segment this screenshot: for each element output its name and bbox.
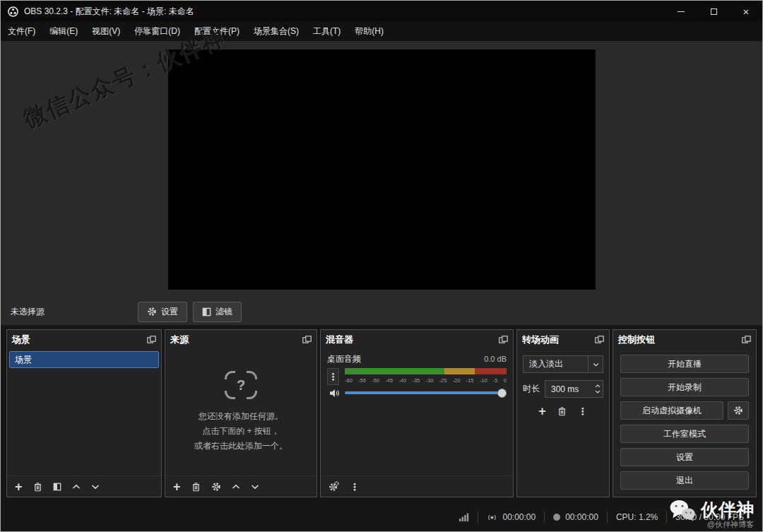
- dock-area: 场景 场景 +: [1, 325, 762, 503]
- popout-icon[interactable]: [499, 336, 508, 343]
- duration-spinbox[interactable]: 300 ms: [545, 380, 603, 398]
- transitions-dock-header[interactable]: 转场动画: [517, 330, 609, 349]
- record-timer: 00:00:00: [545, 512, 607, 522]
- meter-tick: -5: [493, 377, 498, 386]
- source-toolbar: 未选择源 设置 滤镜: [1, 298, 762, 325]
- scene-list-item[interactable]: 场景: [9, 351, 159, 368]
- studio-mode-button[interactable]: 工作室模式: [620, 425, 749, 443]
- sources-dock-title: 来源: [170, 333, 189, 346]
- transition-select[interactable]: 淡入淡出: [523, 355, 603, 373]
- gear-icon: [147, 307, 157, 317]
- scene-transitions-dock: 转场动画 淡入淡出 时长 30: [516, 329, 610, 497]
- filters-button[interactable]: 滤镜: [193, 302, 242, 322]
- move-scene-down-button[interactable]: [91, 484, 100, 490]
- move-scene-up-button[interactable]: [72, 484, 81, 490]
- close-icon: ×: [743, 6, 750, 18]
- trash-icon: [191, 482, 201, 492]
- chevron-down-icon[interactable]: [595, 390, 601, 394]
- remove-transition-button[interactable]: [557, 406, 567, 416]
- menu-help[interactable]: 帮助(H): [348, 22, 391, 41]
- channel-name: 桌面音频: [327, 353, 361, 365]
- filter-icon: [53, 483, 61, 491]
- menu-tools[interactable]: 工具(T): [306, 22, 348, 41]
- channel-options-button[interactable]: ⋮: [327, 368, 339, 385]
- menu-view[interactable]: 视图(V): [85, 22, 127, 41]
- filter-icon: [202, 307, 211, 317]
- add-transition-button[interactable]: +: [538, 406, 546, 416]
- dots-vertical-icon: ⋮: [350, 482, 360, 492]
- channel-level-db: 0.0 dB: [484, 355, 507, 363]
- settings-button[interactable]: 设置: [620, 448, 749, 466]
- volume-slider-handle[interactable]: [497, 389, 507, 398]
- remove-scene-button[interactable]: [33, 482, 42, 492]
- mixer-dock-header[interactable]: 混音器: [321, 330, 513, 349]
- connection-status: [451, 513, 478, 521]
- start-streaming-button[interactable]: 开始直播: [620, 355, 749, 373]
- remove-source-button[interactable]: [191, 482, 201, 492]
- broadcast-icon: [487, 514, 497, 521]
- transition-dropdown-button[interactable]: [588, 355, 603, 373]
- preview-area[interactable]: [1, 41, 762, 298]
- transitions-body: 淡入淡出 时长 300 ms +: [517, 349, 609, 497]
- move-source-down-button[interactable]: [251, 484, 259, 490]
- properties-button-label: 设置: [161, 306, 178, 318]
- menu-scene-collection[interactable]: 场景集合(S): [247, 22, 306, 41]
- scenes-dock-header[interactable]: 场景: [7, 330, 161, 349]
- meter-tick: -40: [398, 377, 406, 386]
- move-source-up-button[interactable]: [232, 484, 240, 490]
- menu-bar: 文件(F) 编辑(E) 视图(V) 停靠窗口(D) 配置文件(P) 场景集合(S…: [1, 22, 762, 41]
- status-bar: 00:00:00 00:00:00 CPU: 1.2% 30.00 / 30.0…: [1, 503, 762, 531]
- add-scene-button[interactable]: +: [15, 482, 23, 492]
- meter-tick: -20: [453, 377, 461, 386]
- no-source-label: 未选择源: [11, 306, 45, 318]
- menu-file[interactable]: 文件(F): [1, 22, 42, 41]
- chevron-up-icon: [72, 484, 81, 490]
- chevron-down-icon: [91, 484, 100, 490]
- advanced-audio-button[interactable]: [329, 481, 339, 492]
- menu-profile[interactable]: 配置文件(P): [187, 22, 247, 41]
- menu-edit[interactable]: 编辑(E): [42, 22, 85, 41]
- speaker-icon: [329, 389, 340, 398]
- sources-dock-header[interactable]: 来源: [165, 330, 317, 349]
- volume-meter: [345, 368, 507, 374]
- controls-dock-title: 控制按钮: [618, 333, 655, 346]
- sources-toolbar: +: [165, 475, 317, 497]
- chevron-up-icon[interactable]: [595, 384, 601, 388]
- popout-icon[interactable]: [302, 336, 312, 343]
- start-recording-button[interactable]: 开始录制: [620, 378, 749, 396]
- menu-docks[interactable]: 停靠窗口(D): [127, 22, 187, 41]
- record-dot-icon: [553, 514, 560, 521]
- obs-window: OBS 30.2.3 - 配置文件: 未命名 - 场景: 未命名 × 文件(F)…: [0, 0, 763, 532]
- volume-slider[interactable]: [345, 387, 507, 398]
- popout-icon[interactable]: [147, 336, 156, 343]
- source-properties-button[interactable]: [211, 482, 221, 492]
- popout-icon[interactable]: [742, 336, 751, 343]
- window-controls: ×: [665, 1, 762, 22]
- maximize-button[interactable]: [697, 1, 730, 22]
- volume-slider-track[interactable]: [345, 391, 507, 394]
- mute-toggle-button[interactable]: [327, 387, 341, 398]
- transition-selected-value[interactable]: 淡入淡出: [523, 355, 588, 373]
- properties-button[interactable]: 设置: [138, 302, 187, 322]
- plus-icon: +: [173, 482, 181, 492]
- scene-filters-button[interactable]: [53, 483, 61, 491]
- minimize-button[interactable]: [665, 1, 697, 22]
- fps-text: 30.00 / 30.00 FPS: [675, 512, 744, 522]
- start-virtual-camera-button[interactable]: 启动虚拟摄像机: [620, 401, 723, 420]
- add-source-button[interactable]: +: [173, 482, 181, 492]
- exit-button[interactable]: 退出: [620, 471, 749, 490]
- close-button[interactable]: ×: [730, 1, 762, 22]
- preview-canvas[interactable]: [168, 49, 596, 290]
- controls-body: 开始直播 开始录制 启动虚拟摄像机 工作室模式 设置 退出: [613, 349, 756, 497]
- cpu-usage: CPU: 1.2%: [608, 512, 666, 522]
- gear-icon: [329, 481, 339, 492]
- mixer-options-button[interactable]: ⋮: [350, 482, 360, 492]
- controls-dock-header[interactable]: 控制按钮: [613, 330, 756, 349]
- sources-list[interactable]: ? 您还没有添加任何源。 点击下面的 + 按钮， 或者右击此处添加一个。: [165, 349, 317, 475]
- transition-options-button[interactable]: ⋮: [578, 406, 588, 416]
- popout-icon[interactable]: [595, 336, 604, 343]
- maximize-icon: [711, 8, 717, 15]
- source-toolbar-buttons: 设置 滤镜: [138, 302, 242, 322]
- meter-tick: -50: [372, 377, 379, 386]
- virtual-camera-config-button[interactable]: [728, 401, 749, 420]
